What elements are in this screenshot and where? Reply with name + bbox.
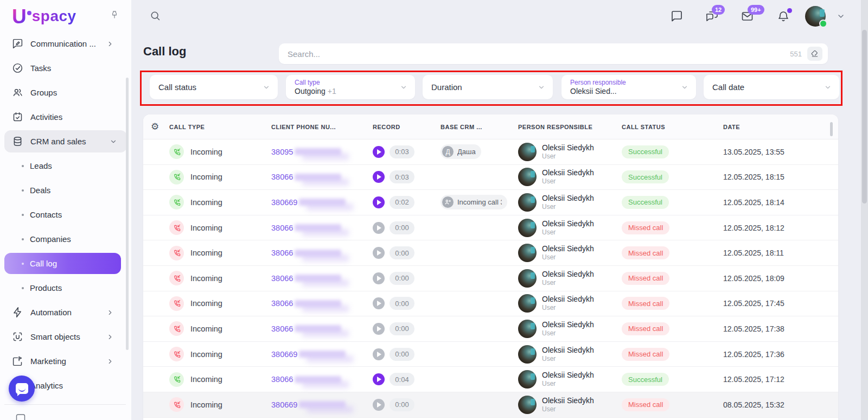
pin-sidebar-icon[interactable] <box>110 10 119 20</box>
sidebar-item-contacts[interactable]: Contacts <box>0 202 131 227</box>
sidebar-item-crm-and-sales[interactable]: CRM and sales <box>4 130 127 152</box>
table-row[interactable]: Incoming 380669 0:00 Oleksii Siedykh Use… <box>143 342 838 367</box>
page-scrollbar-thumb[interactable] <box>862 30 867 203</box>
play-recording-button[interactable] <box>373 247 385 259</box>
play-recording-button[interactable] <box>373 348 385 360</box>
phone-number-link[interactable]: 38066 <box>271 224 293 232</box>
record-cell: 0:03 <box>361 145 429 158</box>
play-recording-button[interactable] <box>373 272 385 284</box>
clear-search-button[interactable] <box>807 47 822 61</box>
phone-number-link[interactable]: 38066 <box>271 274 293 283</box>
sidebar-item-smart-objects[interactable]: Smart objects <box>0 324 131 349</box>
table-row[interactable]: Incoming 38066 0:00 Oleksii Siedykh User… <box>143 266 838 291</box>
user-avatar[interactable] <box>805 6 826 27</box>
filter-call-type[interactable]: Call type Outgoing +1 <box>286 75 415 99</box>
phone-number-link[interactable]: 380669 <box>271 400 297 409</box>
notifications-bell-icon[interactable] <box>777 10 790 23</box>
person-avatar <box>518 370 537 389</box>
filter-call-status[interactable]: Call status <box>150 75 278 99</box>
sidebar-scrollbar[interactable] <box>126 78 129 350</box>
sidebar-item-products[interactable]: Products <box>0 276 131 300</box>
sidebar-item-call-log[interactable]: Call log <box>4 253 121 274</box>
person-responsible-cell: Oleksii Siedykh User <box>508 269 613 288</box>
table-row[interactable]: Incoming 38066 0:00 Oleksii Siedykh User… <box>143 291 838 317</box>
incoming-call-icon <box>169 397 184 412</box>
play-recording-button[interactable] <box>373 399 385 411</box>
play-recording-button[interactable] <box>373 146 385 158</box>
play-recording-button[interactable] <box>373 171 385 183</box>
sidebar-item-activities[interactable]: Activities <box>0 105 131 129</box>
call-date-text: 12.05.2025, 18:15 <box>723 173 784 181</box>
sidebar-item-label: Leads <box>30 161 52 170</box>
global-search-icon[interactable] <box>150 10 161 21</box>
column-header-call-status[interactable]: CALL STATUS <box>613 124 713 130</box>
chevron-down-icon <box>400 84 407 91</box>
phone-number-link[interactable]: 38066 <box>271 375 293 384</box>
person-avatar <box>518 244 537 262</box>
play-recording-button[interactable] <box>373 297 385 309</box>
person-responsible-cell: Oleksii Siedykh User <box>508 396 613 414</box>
column-header-date[interactable]: DATE <box>713 124 838 130</box>
phone-number-link[interactable]: 38066 <box>271 249 293 257</box>
sidebar-item-communication[interactable]: Communication ... <box>0 31 131 56</box>
call-type-label: Incoming <box>190 375 222 384</box>
filter-call-date[interactable]: Call date <box>704 75 839 99</box>
table-row[interactable]: Incoming 380669 0:02 Incoming call 38. O… <box>143 190 838 215</box>
sidebar-item-leads[interactable]: Leads <box>0 154 131 178</box>
filter-label: Duration <box>431 82 533 92</box>
sidebar-item-tasks[interactable]: Tasks <box>0 56 131 80</box>
call-type-label: Incoming <box>190 198 222 207</box>
table-row[interactable]: Incoming 38095 0:03 Д Даша Oleksii Siedy… <box>143 139 838 165</box>
column-header-call-type[interactable]: CALL TYPE <box>143 124 257 130</box>
filter-duration[interactable]: Duration <box>423 75 553 99</box>
play-recording-button[interactable] <box>373 373 385 385</box>
sidebar-item-label: Communication ... <box>30 39 96 48</box>
sidebar-item-automation[interactable]: Automation <box>0 300 131 324</box>
call-duration: 0:03 <box>390 170 414 183</box>
phone-number-link[interactable]: 380669 <box>271 198 297 207</box>
phone-number-link[interactable]: 380669 <box>271 350 297 359</box>
page-scrollbar[interactable] <box>861 0 868 420</box>
sidebar-item-marketing[interactable]: Marketing <box>0 349 131 373</box>
phone-number-link[interactable]: 38066 <box>271 173 293 181</box>
play-recording-button[interactable] <box>373 196 385 208</box>
table-row[interactable]: Incoming 380669 0:00 Oleksii Siedykh Use… <box>143 392 838 418</box>
column-header-person-responsible[interactable]: PERSON RESPONSIBLE <box>508 124 613 130</box>
play-recording-button[interactable] <box>373 222 385 234</box>
table-row[interactable]: Incoming 38066 0:00 Oleksii Siedykh User… <box>143 240 838 266</box>
chat-bubble-icon <box>16 383 28 394</box>
status-badge: Missed call <box>622 348 669 361</box>
table-row[interactable]: Incoming 38066 0:00 Oleksii Siedykh User… <box>143 316 838 342</box>
communication-icon <box>12 38 23 49</box>
sidebar-item-companies[interactable]: Companies <box>0 227 131 251</box>
filter-person-responsible[interactable]: Person responsible Oleksii Sied... <box>561 75 696 99</box>
sidebar-item-deals[interactable]: Deals <box>0 178 131 202</box>
person-avatar <box>518 143 537 161</box>
column-header-record[interactable]: RECORD <box>361 124 429 130</box>
automation-icon <box>12 307 23 318</box>
play-recording-button[interactable] <box>373 323 385 335</box>
sidebar-item-groups[interactable]: Groups <box>0 80 131 105</box>
phone-number-link[interactable]: 38095 <box>271 148 293 156</box>
table-row[interactable]: Incoming 38066 0:00 Oleksii Siedykh User… <box>143 215 838 241</box>
crm-entity-chip[interactable]: Д Даша <box>441 144 481 159</box>
call-status-cell: Missed call <box>613 348 713 361</box>
column-header-client-phone[interactable]: CLIENT PHONE NU... <box>257 124 361 130</box>
call-status-cell: Missed call <box>613 272 713 285</box>
chats-icon[interactable]: 12 <box>705 10 719 23</box>
phone-number-link[interactable]: 38066 <box>271 324 293 333</box>
call-type-label: Incoming <box>190 224 222 232</box>
profile-menu-chevron-icon[interactable] <box>837 12 845 21</box>
table-row[interactable]: Incoming 38066 0:03 Oleksii Siedykh User… <box>143 165 838 190</box>
table-row[interactable]: Incoming 38066 0:04 Oleksii Siedykh User… <box>143 367 838 392</box>
call-date-text: 12.05.2025, 17:45 <box>723 299 784 308</box>
crm-entity-chip[interactable]: Incoming call 38. <box>441 195 507 209</box>
table-scrollbar-thumb[interactable] <box>830 122 833 136</box>
person-role: User <box>542 279 594 287</box>
column-header-base-crm[interactable]: BASE CRM ... <box>429 124 508 130</box>
search-input[interactable] <box>288 49 790 59</box>
phone-number-link[interactable]: 38066 <box>271 299 293 308</box>
chat-launcher-button[interactable] <box>9 376 35 402</box>
comments-icon[interactable] <box>670 10 683 23</box>
mail-icon[interactable]: 99+ <box>741 10 754 23</box>
